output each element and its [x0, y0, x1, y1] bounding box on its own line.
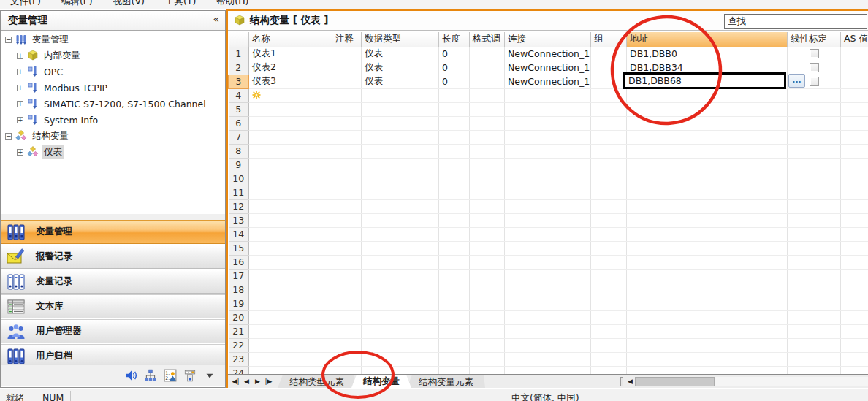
length-cell[interactable] — [439, 324, 470, 338]
linear-scaling-cell[interactable] — [788, 213, 841, 227]
group-cell[interactable] — [591, 47, 627, 61]
as-value-cell[interactable] — [841, 241, 868, 255]
name-cell[interactable] — [249, 227, 332, 241]
name-cell[interactable] — [249, 102, 332, 116]
address-cell[interactable] — [627, 213, 788, 227]
scrollbar-thumb[interactable] — [635, 377, 715, 386]
comment-cell[interactable] — [332, 255, 362, 269]
tree-expander-icon[interactable]: + — [17, 101, 23, 107]
as-value-cell[interactable] — [841, 297, 868, 310]
connection-cell[interactable] — [505, 213, 591, 227]
name-cell[interactable] — [249, 88, 332, 102]
address-cell[interactable] — [627, 324, 788, 338]
connection-cell[interactable]: NewConnection_1 — [505, 75, 591, 88]
row-number-cell[interactable]: 15 — [229, 241, 249, 255]
length-cell[interactable] — [439, 227, 470, 241]
scroll-left-icon[interactable]: ◀︎ — [625, 378, 635, 385]
comment-cell[interactable] — [332, 47, 362, 61]
datatype-cell[interactable] — [362, 213, 439, 227]
format-cell[interactable] — [470, 255, 505, 269]
group-cell[interactable] — [591, 75, 627, 88]
length-cell[interactable] — [439, 366, 470, 374]
address-cell[interactable] — [627, 102, 788, 116]
connection-cell[interactable] — [505, 310, 591, 324]
row-number-cell[interactable]: 9 — [229, 158, 249, 172]
group-cell[interactable] — [591, 144, 627, 158]
sidebar-nav-button[interactable]: 用户管理器 — [1, 319, 225, 343]
datatype-cell[interactable] — [362, 255, 439, 269]
format-cell[interactable] — [470, 158, 505, 172]
linear-scaling-cell[interactable] — [788, 324, 841, 338]
connection-cell[interactable] — [505, 283, 591, 297]
linear-scaling-cell[interactable] — [788, 297, 841, 310]
volume-icon[interactable] — [124, 369, 137, 382]
tree-expander-icon[interactable]: + — [17, 69, 23, 75]
column-header[interactable]: 长度 — [439, 32, 470, 47]
length-cell[interactable] — [439, 144, 470, 158]
format-cell[interactable] — [470, 61, 505, 75]
format-cell[interactable] — [470, 213, 505, 227]
row-number-cell[interactable]: 12 — [229, 199, 249, 213]
as-value-cell[interactable] — [841, 269, 868, 283]
group-cell[interactable] — [591, 213, 627, 227]
column-header[interactable]: 线性标定 — [788, 32, 841, 47]
screen-settings-icon[interactable] — [183, 369, 197, 382]
column-header[interactable]: 数据类型 — [362, 32, 439, 47]
sheet-tab[interactable]: 结构变量元素 — [407, 375, 485, 388]
length-cell[interactable]: 0 — [439, 75, 470, 88]
menu-item[interactable]: 视图(V) — [103, 0, 155, 9]
tree-item[interactable]: + Modbus TCPIP — [1, 80, 225, 96]
linear-scaling-cell[interactable] — [788, 366, 841, 374]
name-cell[interactable] — [249, 338, 332, 352]
address-cell[interactable] — [627, 158, 788, 172]
as-value-cell[interactable] — [841, 102, 868, 116]
datatype-cell[interactable] — [362, 116, 439, 130]
row-number-cell[interactable]: 24 — [229, 366, 249, 374]
name-cell[interactable] — [249, 116, 332, 130]
name-cell[interactable] — [249, 130, 332, 144]
tree-item[interactable]: + 仪表 — [1, 144, 225, 160]
format-cell[interactable] — [470, 297, 505, 310]
tree-expander-icon[interactable]: + — [17, 149, 23, 156]
linear-scaling-cell[interactable] — [788, 199, 841, 213]
comment-cell[interactable] — [332, 352, 362, 366]
datatype-cell[interactable] — [362, 186, 439, 199]
group-cell[interactable] — [591, 88, 627, 102]
address-cell[interactable] — [627, 199, 788, 213]
comment-cell[interactable] — [332, 61, 362, 75]
group-cell[interactable] — [591, 199, 627, 213]
datatype-cell[interactable] — [362, 102, 439, 116]
connection-cell[interactable] — [505, 227, 591, 241]
linear-scaling-checkbox[interactable] — [810, 77, 819, 86]
datatype-cell[interactable] — [362, 88, 439, 102]
as-value-cell[interactable] — [841, 352, 868, 366]
last-tab-icon[interactable]: |▶︎ — [264, 375, 273, 388]
as-value-cell[interactable] — [841, 283, 868, 297]
linear-scaling-cell[interactable] — [788, 241, 841, 255]
group-cell[interactable] — [591, 366, 627, 374]
group-cell[interactable] — [591, 172, 627, 186]
name-cell[interactable]: 仪表3 — [249, 75, 332, 88]
as-value-cell[interactable] — [841, 199, 868, 213]
column-header[interactable]: 注释 — [332, 32, 362, 47]
length-cell[interactable] — [439, 172, 470, 186]
as-value-cell[interactable] — [841, 47, 868, 61]
row-number-cell[interactable]: 20 — [229, 310, 249, 324]
length-cell[interactable] — [439, 213, 470, 227]
as-value-cell[interactable] — [841, 144, 868, 158]
datatype-cell[interactable] — [362, 172, 439, 186]
network-topology-icon[interactable] — [144, 369, 157, 382]
group-cell[interactable] — [591, 269, 627, 283]
as-value-cell[interactable] — [841, 116, 868, 130]
menu-item[interactable]: 帮助(H) — [206, 0, 259, 9]
row-number-cell[interactable]: 19 — [229, 297, 249, 310]
connection-cell[interactable]: NewConnection_1 — [505, 47, 591, 61]
connection-cell[interactable] — [505, 172, 591, 186]
address-edit-field[interactable]: DB1,DBB68 — [623, 72, 786, 89]
column-header[interactable]: 名称 — [249, 32, 332, 47]
format-cell[interactable] — [470, 172, 505, 186]
length-cell[interactable] — [439, 269, 470, 283]
linear-scaling-checkbox[interactable] — [810, 63, 819, 72]
group-cell[interactable] — [591, 297, 627, 310]
comment-cell[interactable] — [332, 199, 362, 213]
